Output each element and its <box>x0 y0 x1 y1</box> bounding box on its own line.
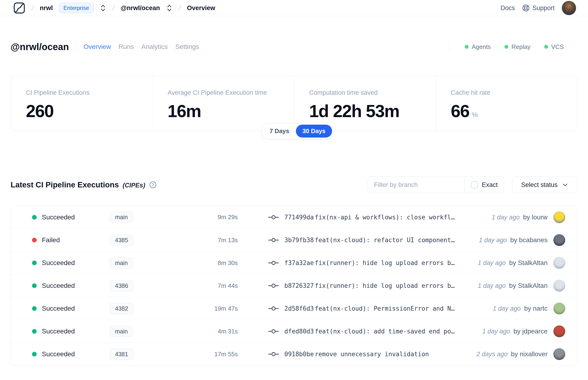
docs-link[interactable]: Docs <box>500 4 515 12</box>
range-30-days-button[interactable]: 30 Days <box>296 125 332 137</box>
svg-text:?: ? <box>152 183 154 187</box>
table-row[interactable]: Succeeded main 4m 31s dfed80d3feat(nx-cl… <box>11 320 577 342</box>
select-status-dropdown[interactable]: Select status <box>512 177 577 193</box>
time-ago-label: 1 day ago <box>478 259 506 266</box>
user-avatar[interactable] <box>562 1 576 15</box>
table-row[interactable]: Succeeded 4382 19m 47s 2d58f6d3feat(nx-c… <box>11 297 577 320</box>
time-ago-label: 2 days ago <box>476 351 508 358</box>
avatar[interactable] <box>553 257 565 269</box>
branch-badge[interactable]: main <box>110 211 133 223</box>
indicator-agents[interactable]: Agents <box>465 43 491 51</box>
avatar[interactable] <box>553 211 565 223</box>
nx-cloud-logo-icon[interactable] <box>13 2 25 14</box>
green-dot-icon <box>465 45 469 49</box>
avatar[interactable] <box>553 234 565 246</box>
author-label: by StalkAltan <box>509 282 548 289</box>
tab-overview[interactable]: Overview <box>83 43 111 51</box>
branch-badge[interactable]: 4381 <box>110 348 133 360</box>
exact-match-toggle[interactable]: Exact <box>465 177 504 193</box>
branch-badge[interactable]: 4385 <box>110 234 133 246</box>
branch-filter-input[interactable] <box>368 177 465 193</box>
time-ago-label: 1 day ago <box>493 305 521 312</box>
commit-message[interactable]: dfed80d3feat(nx-cloud): add time-saved e… <box>284 328 455 335</box>
tab-runs[interactable]: Runs <box>118 43 134 51</box>
avatar[interactable] <box>553 348 565 360</box>
time-ago-label: 1 day ago <box>479 237 507 244</box>
status-dot-icon <box>32 261 37 265</box>
divider <box>75 40 76 53</box>
branch-badge[interactable]: 4382 <box>110 303 133 314</box>
meta-cell: 1 day ago by StalkAltan <box>478 282 553 289</box>
commit-cell: b8726327fix(runner): hide log upload err… <box>268 282 478 289</box>
stat-label: Average CI Pipeline Execution time <box>168 89 294 96</box>
green-dot-icon <box>544 45 548 49</box>
status-cell: Failed <box>32 236 110 244</box>
status-label: Succeeded <box>42 327 75 335</box>
git-commit-icon <box>268 214 279 221</box>
author-label: by StalkAltan <box>509 259 548 266</box>
commit-cell: f37a32aefix(runner): hide log upload err… <box>268 259 478 266</box>
branch-cell: 4386 <box>110 280 173 292</box>
duration-label: 7m 13s <box>173 237 238 244</box>
exact-checkbox[interactable] <box>471 181 478 188</box>
commit-message[interactable]: 2d58f6d3feat(nx-cloud): PermissionError … <box>284 305 455 312</box>
avatar[interactable] <box>553 303 565 315</box>
indicator-replay[interactable]: Replay <box>505 43 531 51</box>
status-dot-icon <box>32 238 37 243</box>
range-7-days-button[interactable]: 7 Days <box>263 125 296 137</box>
top-navbar: / nrwl Enterprise / @nrwl/ocean / Overvi… <box>0 0 588 16</box>
duration-label: 17m 55s <box>173 351 238 358</box>
status-cell: Succeeded <box>32 327 110 335</box>
branch-badge[interactable]: 4386 <box>110 280 133 292</box>
tab-analytics[interactable]: Analytics <box>141 43 168 51</box>
workspace-tabs: Overview Runs Analytics Settings <box>83 43 199 51</box>
status-cell: Succeeded <box>32 350 110 358</box>
commit-message[interactable]: 771499dafix(nx-api & workflows): close w… <box>284 214 455 221</box>
stat-value: 260 <box>26 101 152 121</box>
author-label: by nartc <box>524 305 548 312</box>
meta-cell: 1 day ago by bcabanes <box>479 236 553 244</box>
meta-cell: 2 days ago by nixallover <box>476 350 553 358</box>
breadcrumb-page: Overview <box>187 4 215 12</box>
stat-label: Computation time saved <box>309 89 436 96</box>
commit-message[interactable]: f37a32aefix(runner): hide log upload err… <box>284 259 455 266</box>
commit-message[interactable]: 0918b0beremove unnecessary invalidation <box>284 351 429 358</box>
chevron-down-icon <box>562 182 568 188</box>
commit-message[interactable]: 3b79fb38feat(nx-cloud): refactor UI comp… <box>284 237 455 244</box>
branch-badge[interactable]: main <box>110 326 133 337</box>
breadcrumb: / nrwl Enterprise / @nrwl/ocean / Overvi… <box>13 2 215 14</box>
table-row[interactable]: Succeeded main 9m 29s 771499dafix(nx-api… <box>11 206 577 228</box>
stat-value: 1d 22h 53m <box>309 101 436 121</box>
table-row[interactable]: Succeeded 4386 7m 44s b8726327fix(runner… <box>11 274 577 297</box>
status-dot-icon <box>32 329 37 334</box>
commit-cell: 0918b0beremove unnecessary invalidation <box>268 351 476 358</box>
commit-message[interactable]: b8726327fix(runner): hide log upload err… <box>284 282 455 289</box>
status-cell: Succeeded <box>32 259 110 267</box>
commit-cell: 3b79fb38feat(nx-cloud): refactor UI comp… <box>268 237 479 244</box>
tab-settings[interactable]: Settings <box>175 43 199 51</box>
org-selector-chevrons-icon[interactable] <box>100 4 106 12</box>
stat-average-execution-time: Average CI Pipeline Execution time 16m <box>152 76 294 131</box>
status-label: Succeeded <box>42 259 75 267</box>
table-row[interactable]: Succeeded main 8m 30s f37a32aefix(runner… <box>11 251 577 274</box>
indicator-vcs[interactable]: VCS <box>544 43 564 51</box>
avatar[interactable] <box>553 280 565 292</box>
meta-cell: 1 day ago by jdpearce <box>482 327 553 335</box>
breadcrumb-workspace[interactable]: @nrwl/ocean <box>121 4 160 12</box>
breadcrumb-separator: / <box>178 4 182 13</box>
breadcrumb-org[interactable]: nrwl <box>40 4 53 12</box>
workspace-selector-chevrons-icon[interactable] <box>166 4 173 12</box>
support-link[interactable]: Support <box>522 4 555 12</box>
table-row[interactable]: Succeeded 4381 17m 55s 0918b0beremove un… <box>11 342 577 365</box>
table-row[interactable]: Failed 4385 7m 13s 3b79fb38feat(nx-cloud… <box>11 228 577 251</box>
author-label: by jdpearce <box>513 327 548 335</box>
status-label: Succeeded <box>42 350 75 358</box>
git-commit-icon <box>268 305 279 312</box>
branch-badge[interactable]: main <box>110 257 133 269</box>
avatar[interactable] <box>553 325 565 338</box>
help-icon[interactable]: ? <box>149 181 156 188</box>
time-ago-label: 1 day ago <box>492 214 520 221</box>
status-indicators: Agents Replay VCS <box>465 43 577 51</box>
branch-cell: 4381 <box>110 348 173 360</box>
branch-cell: 4382 <box>110 303 173 314</box>
